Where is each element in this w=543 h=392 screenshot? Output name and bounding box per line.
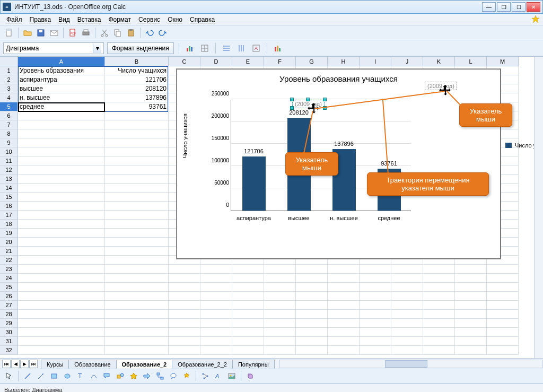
cell-A7[interactable]	[18, 120, 105, 129]
cell-A17[interactable]	[18, 211, 105, 220]
save-icon[interactable]	[35, 27, 47, 39]
cell-B24[interactable]	[105, 274, 169, 283]
column-header-E[interactable]: E	[232, 57, 264, 66]
flowchart-icon[interactable]	[154, 370, 166, 382]
cell-K24[interactable]	[423, 274, 455, 283]
cell-D29[interactable]	[200, 319, 232, 328]
cell-L26[interactable]	[455, 292, 487, 301]
cell-I29[interactable]	[360, 319, 391, 328]
cell-B27[interactable]	[105, 301, 169, 310]
cell-L28[interactable]	[455, 310, 487, 319]
cell-M31[interactable]	[487, 337, 519, 346]
column-header-I[interactable]: I	[360, 57, 391, 66]
cell-A25[interactable]	[18, 283, 105, 292]
cell-B32[interactable]	[105, 346, 169, 355]
chart-object[interactable]: Уровень образования учащихся (2009 год) …	[176, 68, 501, 259]
cell-B4[interactable]: 137896	[105, 93, 169, 102]
column-header-A[interactable]: A	[18, 57, 105, 66]
cell-C31[interactable]	[169, 337, 200, 346]
column-header-B[interactable]: B	[105, 57, 169, 66]
text-tool-icon[interactable]: T	[75, 370, 86, 382]
row-header-16[interactable]: 16	[0, 202, 18, 211]
copy-icon[interactable]	[112, 27, 124, 39]
cell-I30[interactable]	[360, 328, 391, 337]
sheet-tab-4[interactable]: Популярны	[232, 360, 275, 369]
cell-H30[interactable]	[328, 328, 360, 337]
row-header-26[interactable]: 26	[0, 292, 18, 301]
curve-tool-icon[interactable]	[88, 370, 100, 382]
cell-I23[interactable]	[360, 265, 391, 274]
cell-I25[interactable]	[360, 283, 391, 292]
cell-K29[interactable]	[423, 319, 455, 328]
cell-B14[interactable]	[105, 184, 169, 193]
cell-I26[interactable]	[360, 292, 391, 301]
cell-E29[interactable]	[232, 319, 264, 328]
cell-A13[interactable]	[18, 175, 105, 184]
from-file-icon[interactable]	[226, 370, 238, 382]
chart-legend[interactable]: Число учащихся	[505, 142, 534, 149]
bar-0[interactable]	[242, 156, 266, 211]
sheet-tab-0[interactable]: Курсы	[41, 360, 69, 369]
cell-A4[interactable]: н. высшее	[18, 93, 105, 102]
row-header-20[interactable]: 20	[0, 238, 18, 247]
cell-M32[interactable]	[487, 346, 519, 355]
column-header-J[interactable]: J	[391, 57, 423, 66]
cell-J23[interactable]	[391, 265, 423, 274]
sheet-tab-3[interactable]: Образование_2_2	[172, 360, 233, 369]
chart-3d-icon[interactable]	[199, 42, 211, 54]
column-header-C[interactable]: C	[169, 57, 200, 66]
menu-view[interactable]: Вид	[55, 15, 73, 24]
cell-G26[interactable]	[296, 292, 328, 301]
cell-B20[interactable]	[105, 238, 169, 247]
cell-D31[interactable]	[200, 337, 232, 346]
tab-nav-last[interactable]: ⏭	[29, 360, 38, 368]
cell-G32[interactable]	[296, 346, 328, 355]
new-doc-icon[interactable]	[3, 27, 15, 39]
row-header-18[interactable]: 18	[0, 220, 18, 229]
cell-J24[interactable]	[391, 274, 423, 283]
arrow-tool-icon[interactable]	[35, 370, 47, 382]
row-header-3[interactable]: 3	[0, 84, 18, 93]
cell-B23[interactable]	[105, 265, 169, 274]
cell-C25[interactable]	[169, 283, 200, 292]
cell-C27[interactable]	[169, 301, 200, 310]
points-icon[interactable]	[199, 370, 211, 382]
cell-G30[interactable]	[296, 328, 328, 337]
column-header-L[interactable]: L	[455, 57, 487, 66]
cell-D23[interactable]	[200, 265, 232, 274]
cell-B29[interactable]	[105, 319, 169, 328]
cell-A21[interactable]	[18, 247, 105, 256]
menu-file[interactable]: Файл	[3, 15, 25, 24]
cell-E32[interactable]	[232, 346, 264, 355]
cell-B12[interactable]	[105, 165, 169, 175]
horizontal-scrollbar[interactable]	[279, 360, 543, 368]
cell-E25[interactable]	[232, 283, 264, 292]
row-header-30[interactable]: 30	[0, 328, 18, 337]
row-header-19[interactable]: 19	[0, 229, 18, 238]
cell-B1[interactable]: Число учащихся	[105, 66, 169, 75]
cell-A14[interactable]	[18, 184, 105, 193]
menu-format[interactable]: Формат	[105, 15, 134, 24]
cell-H25[interactable]	[328, 283, 360, 292]
cell-B15[interactable]	[105, 193, 169, 202]
cut-icon[interactable]	[99, 27, 110, 39]
cell-A23[interactable]	[18, 265, 105, 274]
cell-B5[interactable]: 93761	[105, 102, 169, 111]
cell-A8[interactable]	[18, 129, 105, 138]
cell-A12[interactable]	[18, 165, 105, 175]
cell-A31[interactable]	[18, 337, 105, 346]
cell-A10[interactable]	[18, 147, 105, 156]
print-icon[interactable]	[80, 27, 92, 39]
cell-B26[interactable]	[105, 292, 169, 301]
row-header-24[interactable]: 24	[0, 274, 18, 283]
cell-H31[interactable]	[328, 337, 360, 346]
redo-icon[interactable]	[157, 27, 169, 39]
cell-J30[interactable]	[391, 328, 423, 337]
cell-F24[interactable]	[264, 274, 296, 283]
cell-A27[interactable]	[18, 301, 105, 310]
row-header-31[interactable]: 31	[0, 337, 18, 346]
menu-help[interactable]: Справка	[187, 15, 218, 24]
cell-E28[interactable]	[232, 310, 264, 319]
cell-D30[interactable]	[200, 328, 232, 337]
cell-H29[interactable]	[328, 319, 360, 328]
